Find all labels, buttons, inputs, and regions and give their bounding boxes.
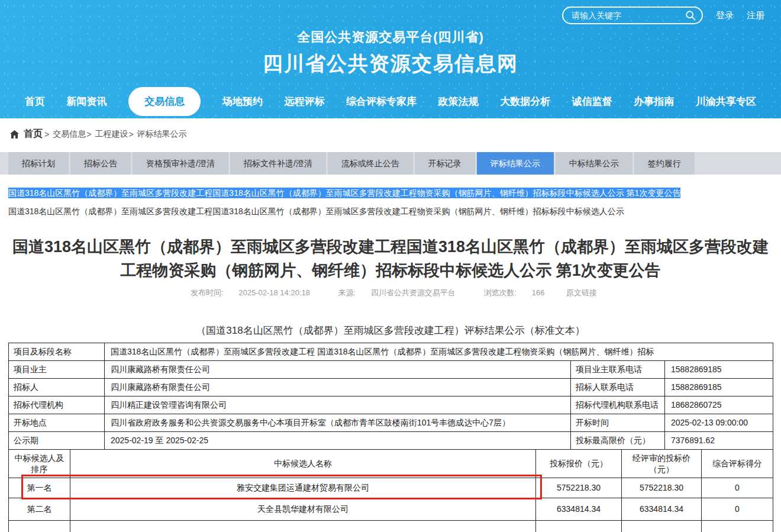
result-table-wrap: 项目及标段名称 国道318名山区黑竹（成都界）至雨城区多营段改建工程 国道318… [8,343,773,532]
article-meta: 发布时间: 2025-02-18 14:20:18 来源: 四川省公共资源交易平… [0,288,781,298]
tab-strip: 招标计划 招标公告 资格预审补遗/澄清 招标文件补遗/澄清 流标或终止公告 开标… [0,152,781,175]
announcement-item[interactable]: 国道318名山区黑竹（成都界）至雨城区多营段改建工程国道318名山区黑竹（成都界… [8,205,773,217]
home-icon [9,130,20,139]
result-table: 项目及标段名称 国道318名山区黑竹（成都界）至雨城区多营段改建工程 国道318… [8,343,773,532]
cell-label: 招标代理机构联系电话 [571,396,665,414]
topbar: 登录 注册 [0,0,781,25]
cell-reviewed-price [622,521,702,532]
nav-item-venue-booking[interactable]: 场地预约 [222,95,263,108]
breadcrumb-engineering[interactable]: 工程建设 [95,129,128,140]
cell-label: 投标最高限价（元） [571,432,665,450]
breadcrumb: 首页 > 交易信息 > 工程建设 > 评标结果公示 [0,118,781,149]
cell-score: 0 [702,498,773,521]
cell-value: 15882869185 [665,379,773,396]
nav-item-news[interactable]: 新闻资讯 [67,95,107,108]
nav-item-chuanyu-zone[interactable]: 川渝共享专区 [696,95,756,108]
cell-score [702,521,773,532]
site-title: 四川省公共资源交易信息网 [0,50,781,78]
table-row-opening-place: 开标地点 四川省政府政务服务和公共资源交易服务中心本项目开标室（成都市青羊区鼓楼… [9,414,773,432]
cell-value: 四川康藏路桥有限责任公司 [105,361,571,379]
tab-bid-announcement[interactable]: 招标公告 [70,152,131,175]
tab-prequalification-supplement[interactable]: 资格预审补遗/澄清 [133,152,228,175]
breadcrumb-home[interactable]: 首页 [24,128,43,140]
col-header-rank: 中标候选人及排序 [9,450,70,478]
cell-value: 国道318名山区黑竹（成都界）至雨城区多营段改建工程 国道318名山区黑竹（成都… [105,343,773,361]
publish-time: 发布时间: 2025-02-18 14:20:18 [184,288,317,297]
search-icon[interactable] [685,10,696,21]
nav-item-policies[interactable]: 政策法规 [438,95,479,108]
search-input[interactable] [572,11,685,20]
login-link[interactable]: 登录 [716,10,734,21]
main-nav: 首页 新闻资讯 交易信息 场地预约 远程评标 综合评标专家库 政策法规 大数据分… [0,86,781,117]
cell-label: 招标代理机构 [9,396,105,414]
announcement-item-selected-wrap: 国道318名山区黑竹（成都界）至雨城区多营段改建工程国道318名山区黑竹（成都界… [8,187,773,199]
nav-item-expert-database[interactable]: 综合评标专家库 [346,95,417,108]
cell-reviewed-price: 6334814.34 [622,498,702,521]
cell-reviewed-price: 5752218.30 [622,478,702,498]
tab-bid-plan[interactable]: 招标计划 [8,152,69,175]
nav-item-big-data[interactable]: 大数据分析 [500,95,550,108]
cell-bid-price [536,521,622,532]
col-header-score: 综合评标得分 [702,450,773,478]
table-row-agency: 招标代理机构 四川精正建设管理咨询有限公司 招标代理机构联系电话 1868286… [9,396,773,414]
platform-title: 全国公共资源交易平台(四川省) [0,28,781,46]
cell-value: 15882869185 [665,361,773,379]
tab-bid-document-supplement[interactable]: 招标文件补遗/澄清 [230,152,326,175]
table-row-publicity-period: 公示期 2025-02-19 至 2025-02-25 投标最高限价（元） 73… [9,432,773,450]
tab-winning-result[interactable]: 中标结果公示 [556,152,632,175]
announcement-item-selected[interactable]: 国道318名山区黑竹（成都界）至雨城区多营段改建工程国道318名山区黑竹（成都界… [8,188,680,198]
cell-score: 0 [702,478,773,498]
candidate-row-first: 第一名 雅安交建集团运通建材贸易有限公司 5752218.30 5752218.… [9,478,773,498]
breadcrumb-separator: > [128,130,133,139]
nav-item-home[interactable]: 首页 [25,95,45,108]
page-title: 国道318名山区黑竹（成都界）至雨城区多营段改建工程国道318名山区黑竹（成都界… [6,235,775,282]
table-row-project-owner: 项目业主 四川康藏路桥有限责任公司 项目业主联系电话 15882869185 [9,361,773,379]
cell-candidate-name [70,521,536,532]
search-box[interactable] [562,7,703,24]
cell-value: 18682860725 [665,396,773,414]
cell-value: 2025-02-13 09:00:00 [665,414,773,432]
source: 来源: 四川省公共资源交易平台 [332,288,462,297]
cell-label: 开标地点 [9,414,105,432]
cell-label: 招标人 [9,379,105,396]
register-link[interactable]: 注册 [747,10,764,21]
cell-candidate-name: 天全县凯华建材有限公司 [70,498,536,521]
cell-rank: 第三名 [9,521,70,532]
cell-label: 开标时间 [571,414,665,432]
nav-item-service-guide[interactable]: 办事指南 [634,95,674,108]
cell-label: 项目业主 [9,361,105,379]
table-caption: （国道318名山区黑竹（成都界）至雨城区多营段改建工程）评标结果公示（标准文本） [0,324,781,337]
cell-label: 招标人联系电话 [571,379,665,396]
cell-value: 四川精正建设管理咨询有限公司 [105,396,571,414]
candidate-row-third: 第三名 [9,521,773,532]
cell-value: 四川省政府政务服务和公共资源交易服务中心本项目开标室（成都市青羊区鼓楼南街101… [105,414,571,432]
page: 登录 注册 全国公共资源交易平台(四川省) 四川省公共资源交易信息网 首页 新闻… [0,0,781,532]
announcement-list: 国道318名山区黑竹（成都界）至雨城区多营段改建工程国道318名山区黑竹（成都界… [8,187,773,217]
nav-item-integrity[interactable]: 诚信监督 [572,95,612,108]
nav-item-trade-info[interactable]: 交易信息 [128,87,201,116]
col-header-candidate-name: 中标候选人名称 [70,450,536,478]
table-row-project-name: 项目及标段名称 国道318名山区黑竹（成都界）至雨城区多营段改建工程 国道318… [9,343,773,361]
site-header: 登录 注册 全国公共资源交易平台(四川省) 四川省公共资源交易信息网 首页 新闻… [0,0,781,118]
col-header-bid-price: 投标报价（元） [536,450,622,478]
candidate-row-second: 第二名 天全县凯华建材有限公司 6334814.34 6334814.34 0 [9,498,773,521]
cell-candidate-name: 雅安交建集团运通建材贸易有限公司 [70,478,536,498]
cell-bid-price: 5752218.30 [536,478,622,498]
tab-bid-opening-record[interactable]: 开标记录 [415,152,475,175]
view-count: 浏览次数: 166 [477,288,551,297]
cell-label: 项目及标段名称 [9,343,105,361]
cell-label: 项目业主联系电话 [571,361,665,379]
breadcrumb-separator: > [86,130,91,139]
cell-rank: 第一名 [9,478,70,498]
tab-failed-or-terminated[interactable]: 流标或终止公告 [328,152,413,175]
cell-rank: 第二名 [9,498,70,521]
nav-item-remote-evaluation[interactable]: 远程评标 [284,95,324,108]
original-link[interactable]: 原文链接 [566,288,597,297]
breadcrumb-trade-info[interactable]: 交易信息 [53,129,86,140]
table-row-tenderer: 招标人 四川康藏路桥有限责任公司 招标人联系电话 15882869185 [9,379,773,396]
tab-contract-performance[interactable]: 签约履行 [634,152,695,175]
cell-value: 7376891.62 [665,432,773,450]
tab-evaluation-result[interactable]: 评标结果公示 [477,152,554,175]
cell-value: 四川康藏路桥有限责任公司 [105,379,571,396]
breadcrumb-evaluation-result: 评标结果公示 [137,129,187,140]
